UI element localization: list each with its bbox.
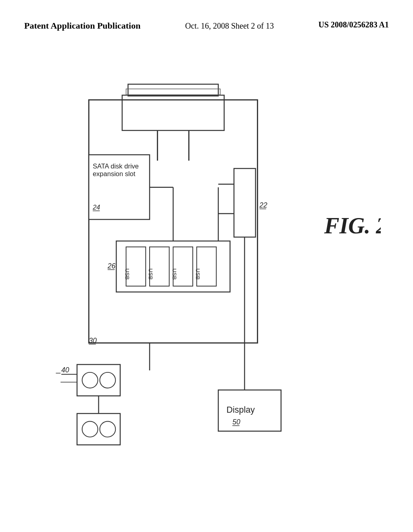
svg-text:USB: USB (148, 268, 154, 280)
svg-point-35 (82, 372, 98, 388)
svg-text:40: 40 (61, 366, 69, 374)
svg-rect-19 (150, 247, 169, 286)
svg-text:USB: USB (124, 268, 130, 280)
svg-point-40 (100, 421, 115, 437)
patent-diagram: SATA disk drive expansion slot 24 22 USB… (32, 69, 381, 500)
svg-text:30: 30 (89, 337, 97, 345)
page-header: Patent Application Publication Oct. 16, … (0, 20, 413, 32)
svg-text:expansion slot: expansion slot (93, 170, 136, 178)
svg-text:50: 50 (232, 418, 240, 426)
svg-text:Display: Display (227, 405, 255, 415)
svg-rect-17 (126, 247, 146, 286)
sata-label: SATA disk drive (93, 162, 139, 170)
publication-title: Patent Application Publication (24, 20, 140, 32)
svg-rect-3 (126, 89, 220, 95)
svg-text:USB: USB (171, 268, 177, 280)
svg-point-39 (82, 421, 98, 437)
svg-rect-21 (173, 247, 193, 286)
svg-text:22: 22 (259, 201, 267, 209)
sheet-info: Oct. 16, 2008 Sheet 2 of 13 (185, 20, 274, 31)
patent-number: US 2008/0256283 A1 (319, 20, 389, 29)
svg-text:USB: USB (195, 268, 201, 280)
svg-text:24: 24 (92, 204, 100, 211)
svg-rect-11 (234, 168, 255, 237)
svg-point-36 (100, 372, 115, 388)
svg-rect-1 (128, 84, 218, 96)
fig-label: FIG. 2 (324, 213, 381, 238)
svg-rect-23 (197, 247, 217, 286)
svg-text:26: 26 (107, 262, 116, 270)
